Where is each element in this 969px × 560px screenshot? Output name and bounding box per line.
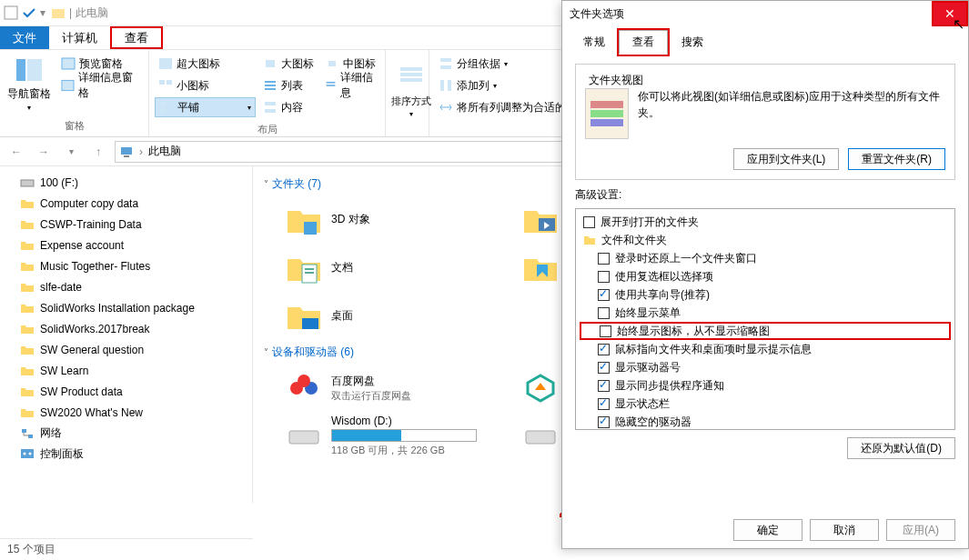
- window-title: 此电脑: [76, 5, 108, 21]
- advanced-option[interactable]: 文件和文件夹: [580, 231, 951, 249]
- checkbox[interactable]: [598, 416, 610, 428]
- tab-view[interactable]: 查看: [619, 30, 668, 55]
- svg-point-44: [298, 375, 310, 387]
- advanced-option[interactable]: 隐藏空的驱动器: [580, 413, 951, 430]
- tree-item[interactable]: SolidWorks.2017break: [4, 318, 248, 339]
- apply-to-folders-button[interactable]: 应用到文件夹(L): [733, 148, 840, 170]
- folder-item[interactable]: 文档: [286, 244, 522, 292]
- advanced-settings-label: 高级设置:: [575, 187, 955, 203]
- advanced-option[interactable]: 显示同步提供程序通知: [580, 376, 951, 395]
- tab-general[interactable]: 常规: [570, 30, 619, 55]
- ribbon-group-pane-label: 窗格: [0, 117, 148, 136]
- svg-rect-39: [305, 268, 314, 270]
- ok-button[interactable]: 确定: [733, 519, 802, 541]
- advanced-settings-list[interactable]: 展开到打开的文件夹文件和文件夹登录时还原上一个文件夹窗口使用复选框以选择项使用共…: [575, 208, 955, 430]
- menu-computer[interactable]: 计算机: [49, 26, 110, 49]
- tree-item[interactable]: Expense account: [4, 235, 248, 255]
- reset-folders-button[interactable]: 重置文件夹(R): [848, 148, 945, 170]
- tree-item[interactable]: SW Product data: [4, 381, 248, 402]
- svg-rect-0: [5, 6, 17, 19]
- tree-item[interactable]: SolidWorks Installation package: [4, 297, 248, 318]
- svg-rect-40: [305, 272, 314, 274]
- tree-item[interactable]: 100 (F:): [4, 172, 248, 193]
- svg-rect-41: [302, 318, 318, 329]
- layout-list[interactable]: 列表: [259, 75, 318, 95]
- layout-tile[interactable]: 平铺▾: [155, 97, 256, 117]
- menu-view[interactable]: 查看: [110, 26, 163, 49]
- checkbox[interactable]: [598, 271, 610, 283]
- restore-defaults-button[interactable]: 还原为默认值(D): [847, 437, 955, 459]
- address-path: 此电脑: [148, 144, 181, 159]
- dialog-close-button[interactable]: ✕: [932, 1, 968, 26]
- svg-rect-10: [160, 108, 166, 113]
- layout-content[interactable]: 内容: [259, 97, 318, 117]
- svg-rect-24: [440, 65, 451, 69]
- svg-rect-21: [400, 73, 422, 76]
- advanced-option[interactable]: 显示状态栏: [580, 395, 951, 413]
- folder-icon: [51, 5, 66, 20]
- advanced-option[interactable]: 鼠标指向文件夹和桌面项时显示提示信息: [580, 340, 951, 358]
- cancel-button[interactable]: 取消: [810, 519, 879, 541]
- checkbox[interactable]: [598, 380, 610, 392]
- tree-item[interactable]: SW General question: [4, 339, 248, 360]
- nav-pane-label: 导航窗格: [7, 86, 51, 102]
- pc-icon: [119, 145, 134, 159]
- svg-rect-9: [160, 102, 166, 106]
- up-button[interactable]: ↑: [87, 141, 109, 163]
- apply-button[interactable]: 应用(A): [886, 519, 955, 541]
- tree-item[interactable]: Music Together- Flutes: [4, 255, 248, 276]
- group-by-button[interactable]: 分组依据 ▾: [435, 54, 570, 74]
- checkbox[interactable]: [598, 344, 610, 355]
- folder-icon: [583, 234, 596, 246]
- svg-rect-4: [62, 58, 75, 69]
- layout-sm[interactable]: 小图标: [155, 75, 256, 95]
- layout-lg[interactable]: 大图标: [259, 54, 318, 74]
- advanced-option[interactable]: 使用共享向导(推荐): [580, 285, 951, 304]
- tree-item[interactable]: 控制面板: [4, 444, 248, 465]
- folder-item[interactable]: 3D 对象: [286, 195, 522, 244]
- check-icon: [22, 5, 36, 20]
- svg-rect-12: [265, 81, 276, 83]
- svg-rect-11: [266, 60, 275, 67]
- tree-item[interactable]: SW Learn: [4, 360, 248, 381]
- menu-file[interactable]: 文件: [0, 26, 49, 49]
- checkbox[interactable]: [598, 289, 610, 301]
- checkbox[interactable]: [598, 362, 610, 374]
- advanced-option[interactable]: 始终显示菜单: [580, 304, 951, 322]
- checkbox[interactable]: [600, 325, 611, 337]
- back-button[interactable]: ←: [5, 141, 27, 163]
- tree-item[interactable]: 网络: [4, 423, 248, 444]
- svg-rect-18: [327, 82, 336, 84]
- advanced-option[interactable]: 始终显示图标，从不显示缩略图: [580, 322, 951, 340]
- tree-item[interactable]: SW2020 What's New: [4, 402, 248, 423]
- nav-tree[interactable]: 100 (F:)Computer copy dataCSWP-Training …: [0, 166, 253, 503]
- advanced-option[interactable]: 登录时还原上一个文件夹窗口: [580, 249, 951, 267]
- folder-view-fieldset: 文件夹视图 你可以将此视图(如详细信息或图标)应用于这种类型的所有文件夹。 应用…: [575, 64, 955, 180]
- device-item[interactable]: Wisdom (D:)118 GB 可用，共 226 GB: [286, 412, 522, 460]
- checkbox[interactable]: [598, 253, 610, 265]
- svg-rect-23: [440, 58, 451, 62]
- checkbox[interactable]: [598, 398, 610, 410]
- nav-pane-button[interactable]: 导航窗格 ▾: [5, 54, 54, 114]
- sort-button[interactable]: 排序方式 ▾: [391, 54, 431, 127]
- tree-item[interactable]: CSWP-Training Data: [4, 214, 248, 235]
- device-item[interactable]: 百度网盘双击运行百度网盘: [286, 364, 522, 412]
- folder-item[interactable]: 桌面: [286, 292, 522, 340]
- add-column-button[interactable]: 添加列 ▾: [435, 75, 570, 95]
- svg-rect-2: [16, 59, 25, 81]
- fit-columns-button[interactable]: 将所有列调整为合适的: [435, 97, 570, 117]
- recent-button[interactable]: ▾: [60, 141, 82, 163]
- advanced-option[interactable]: 展开到打开的文件夹: [580, 213, 951, 231]
- tree-item[interactable]: Computer copy data: [4, 193, 248, 214]
- layout-detail[interactable]: 详细信息: [321, 75, 379, 95]
- details-pane-button[interactable]: 详细信息窗格: [57, 75, 143, 95]
- tree-item[interactable]: slfe-date: [4, 276, 248, 297]
- checkbox[interactable]: [598, 307, 610, 319]
- svg-rect-3: [27, 59, 42, 81]
- advanced-option[interactable]: 使用复选框以选择项: [580, 267, 951, 285]
- layout-xl[interactable]: 超大图标: [155, 54, 256, 74]
- tab-search[interactable]: 搜索: [668, 30, 717, 55]
- checkbox[interactable]: [583, 216, 595, 228]
- advanced-option[interactable]: 显示驱动器号: [580, 358, 951, 376]
- forward-button[interactable]: →: [33, 141, 55, 163]
